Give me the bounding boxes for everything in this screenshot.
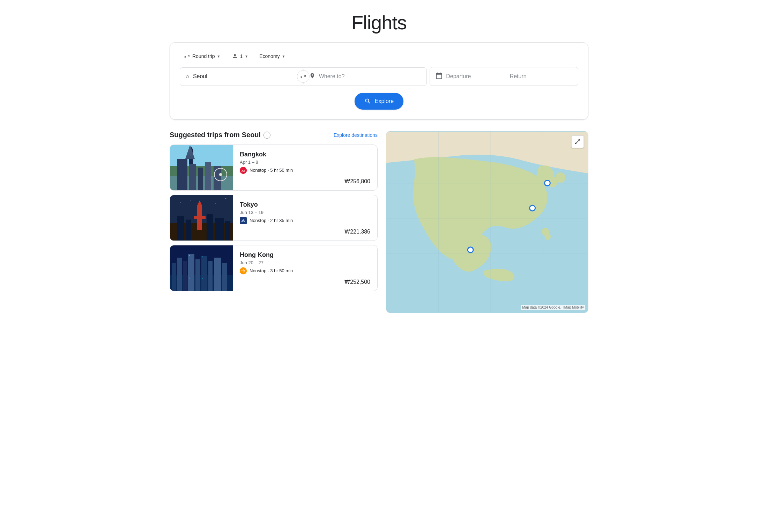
trip-type-selector[interactable]: Round trip ▼: [180, 51, 225, 61]
return-field[interactable]: Return: [504, 67, 578, 86]
svg-rect-32: [172, 263, 176, 291]
svg-rect-36: [195, 259, 200, 291]
main-content: Suggested trips from Seoul i Explore des…: [170, 131, 588, 327]
origin-field[interactable]: ○ Seoul: [180, 68, 304, 86]
svg-rect-45: [178, 279, 178, 280]
hongkong-city: Hong Kong: [240, 251, 370, 259]
hongkong-flight-info: Nonstop · 3 hr 50 min: [240, 267, 370, 274]
bangkok-price: ₩256,800: [240, 178, 370, 185]
bangkok-city: Bangkok: [240, 151, 370, 158]
bangkok-dot: [468, 247, 473, 253]
return-label: Return: [510, 73, 527, 80]
map-container[interactable]: Map data ©2024 Google, TMap Mobility: [386, 131, 588, 313]
hongkong-airline-logo: [240, 267, 247, 274]
person-icon: [232, 53, 238, 59]
tokyo-trip-info: Tokyo Jun 13 – 19 Nonstop · 2 hr 35 min …: [233, 195, 377, 241]
svg-rect-35: [188, 254, 194, 291]
explore-section: Explore: [180, 93, 578, 110]
info-icon[interactable]: i: [263, 132, 270, 139]
svg-rect-3: [177, 159, 187, 190]
svg-rect-20: [186, 220, 191, 241]
svg-rect-19: [177, 216, 184, 241]
search-fields: ○ Seoul Where to?: [180, 67, 578, 86]
passengers-selector[interactable]: 1 ▼: [228, 51, 253, 61]
tokyo-airline-logo: [240, 217, 247, 224]
section-title-group: Suggested trips from Seoul i: [170, 131, 270, 139]
hongkong-dates: Jun 20 – 27: [240, 260, 370, 265]
tokyo-price: ₩221,386: [240, 228, 370, 235]
origin-value: Seoul: [193, 73, 207, 80]
bangkok-flight-info: AA Nonstop · 5 hr 50 min: [240, 167, 370, 174]
explore-label: Explore: [375, 98, 394, 104]
cabin-chevron: ▼: [282, 54, 285, 58]
svg-rect-33: [177, 258, 182, 291]
bangkok-flight-type: Nonstop · 5 hr 50 min: [250, 168, 293, 173]
seoul-dot: [544, 180, 550, 186]
hongkong-price: ₩252,500: [240, 279, 370, 285]
svg-rect-38: [208, 261, 213, 291]
svg-point-11: [219, 173, 222, 176]
svg-point-24: [180, 202, 181, 202]
cabin-class-selector[interactable]: Economy ▼: [255, 51, 289, 61]
page-header: Flights: [0, 0, 758, 42]
svg-rect-43: [202, 257, 203, 257]
map-attribution: Map data ©2024 Google, TMap Mobility: [521, 305, 585, 310]
section-title: Suggested trips from Seoul: [170, 131, 261, 139]
tokyo-flight-info: Nonstop · 2 hr 35 min: [240, 217, 370, 224]
cabin-class-label: Economy: [259, 53, 280, 59]
origin-icon: ○: [186, 73, 190, 80]
search-container: Round trip ▼ 1 ▼ Economy ▼ ○ Seoul: [170, 42, 588, 120]
destination-icon: [309, 73, 315, 81]
svg-rect-21: [207, 214, 213, 241]
svg-rect-39: [214, 258, 221, 291]
round-trip-icon: [184, 53, 190, 59]
passengers-label: 1: [240, 53, 243, 59]
svg-rect-37: [201, 256, 207, 291]
trip-card-hongkong[interactable]: Hong Kong Jun 20 – 27 Nonstop · 3 hr 50 …: [170, 245, 378, 291]
bangkok-cityscape: [170, 145, 233, 190]
swap-button[interactable]: [297, 70, 310, 83]
svg-rect-23: [225, 221, 230, 241]
hongkong-image: [170, 245, 233, 291]
departure-field[interactable]: Departure: [430, 67, 504, 86]
svg-rect-5: [198, 168, 203, 190]
explore-button[interactable]: Explore: [355, 93, 403, 110]
svg-rect-41: [178, 259, 178, 259]
explore-destinations-link[interactable]: Explore destinations: [334, 132, 378, 138]
tokyo-flight-type: Nonstop · 2 hr 35 min: [250, 218, 293, 223]
trip-card-tokyo[interactable]: Tokyo Jun 13 – 19 Nonstop · 2 hr 35 min …: [170, 195, 378, 241]
destination-placeholder: Where to?: [319, 73, 345, 80]
svg-rect-42: [189, 255, 190, 256]
search-options: Round trip ▼ 1 ▼ Economy ▼: [180, 51, 578, 61]
tokyo-image: [170, 195, 233, 241]
svg-rect-34: [183, 261, 187, 291]
departure-label: Departure: [446, 73, 471, 80]
svg-point-26: [215, 204, 216, 204]
destination-field[interactable]: Where to?: [304, 68, 427, 86]
map-svg: [386, 131, 588, 313]
tokyo-city: Tokyo: [240, 201, 370, 208]
bangkok-image: [170, 145, 233, 190]
svg-rect-4: [189, 164, 196, 190]
location-field-group: ○ Seoul Where to?: [180, 67, 427, 86]
map-panel: Map data ©2024 Google, TMap Mobility: [386, 131, 588, 313]
hongkong-flight-type: Nonstop · 3 hr 50 min: [250, 268, 293, 273]
map-expand-button[interactable]: [571, 135, 584, 148]
page-title: Flights: [0, 11, 758, 34]
passengers-chevron: ▼: [245, 54, 248, 58]
bangkok-airline-logo: AA: [240, 167, 247, 174]
date-field-group: Departure Return: [430, 67, 578, 86]
shanghai-dot: [530, 205, 535, 211]
calendar-icon: [436, 72, 443, 81]
bangkok-trip-info: Bangkok Apr 1 – 8 AA Nonstop · 5 hr 50 m…: [233, 145, 377, 190]
svg-rect-47: [202, 278, 203, 279]
expand-icon: [574, 139, 581, 145]
trip-card-bangkok[interactable]: Bangkok Apr 1 – 8 AA Nonstop · 5 hr 50 m…: [170, 145, 378, 191]
swap-icon: [300, 73, 306, 80]
tokyo-dates: Jun 13 – 19: [240, 210, 370, 215]
svg-rect-17: [194, 216, 206, 219]
svg-rect-22: [215, 218, 224, 241]
section-header: Suggested trips from Seoul i Explore des…: [170, 131, 378, 139]
svg-rect-46: [189, 278, 190, 279]
search-icon: [364, 98, 371, 105]
